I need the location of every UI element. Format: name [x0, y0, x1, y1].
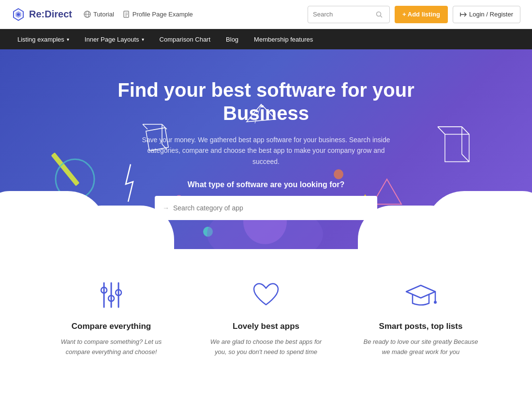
svg-rect-10	[51, 152, 79, 186]
nav-comparison-label: Comparison Chart	[160, 36, 211, 43]
nav-item-comparison-chart[interactable]: Comparison Chart	[152, 29, 219, 49]
svg-point-7	[377, 12, 381, 16]
hero-section: Find your best software for your Busines…	[0, 49, 532, 249]
tutorial-link[interactable]: Tutorial	[84, 11, 114, 18]
svg-line-14	[162, 124, 167, 129]
svg-marker-25	[404, 214, 414, 229]
feature-compare-desc: Want to compare something? Let us compar…	[53, 337, 169, 357]
svg-line-29	[462, 154, 469, 162]
header-links: Tutorial Profile Page Example	[84, 11, 193, 18]
svg-rect-26	[445, 134, 469, 162]
svg-marker-40	[406, 285, 435, 298]
login-register-label: Login / Register	[469, 11, 513, 18]
hero-subtitle: Save your money. We gathered best app so…	[140, 134, 392, 167]
cloud-right	[426, 191, 532, 249]
svg-line-8	[381, 15, 383, 17]
hero-search-input[interactable]	[173, 204, 369, 212]
profile-example-label: Profile Page Example	[133, 11, 193, 18]
nav-inner-label: Inner Page Layouts	[85, 36, 139, 43]
arrow-icon: →	[163, 204, 169, 212]
nav-item-blog[interactable]: Blog	[218, 29, 246, 49]
logo-icon	[12, 8, 25, 21]
svg-point-22	[334, 169, 343, 179]
feature-smart-title: Smart posts, top lists	[379, 322, 463, 331]
feature-lovely-title: Lovely best apps	[233, 322, 299, 331]
feature-lovely-desc: We are glad to choose the best apps for …	[208, 337, 324, 357]
features-section: Compare everything Want to compare somet…	[0, 249, 532, 377]
nav-item-listing-examples[interactable]: Listing examples ▾	[10, 29, 77, 49]
heart-icon	[249, 278, 283, 312]
logo-text: Re:Direct	[29, 9, 72, 20]
nav-blog-label: Blog	[226, 36, 238, 43]
header-search-input[interactable]	[313, 11, 376, 18]
sliders-icon	[94, 278, 128, 312]
feature-smart: Smart posts, top lists Be ready to love …	[363, 278, 479, 357]
cloud-left	[0, 191, 106, 249]
add-listing-button[interactable]: + Add listing	[395, 6, 448, 23]
nav-item-inner-page-layouts[interactable]: Inner Page Layouts ▾	[77, 29, 152, 49]
nav-membership-label: Membership features	[254, 36, 313, 43]
search-icon	[376, 11, 383, 18]
logo[interactable]: Re:Direct	[12, 8, 72, 21]
svg-line-27	[438, 127, 445, 134]
globe-icon	[84, 11, 91, 18]
feature-compare: Compare everything Want to compare somet…	[53, 278, 169, 357]
chevron-down-icon: ▾	[142, 37, 144, 42]
header-left: Re:Direct Tutorial Profile Page Example	[12, 8, 193, 21]
feature-compare-title: Compare everything	[72, 322, 151, 331]
hero-search-label: What type of software are you looking fo…	[188, 180, 344, 189]
nav-listing-label: Listing examples	[17, 36, 64, 43]
login-icon	[460, 11, 467, 18]
hero-search-box[interactable]: →	[155, 196, 377, 220]
feature-smart-desc: Be ready to love our site greatly Becaus…	[363, 337, 479, 357]
svg-point-42	[434, 301, 437, 304]
site-header: Re:Direct Tutorial Profile Page Example	[0, 0, 532, 29]
svg-line-13	[143, 124, 148, 129]
main-nav: Listing examples ▾ Inner Page Layouts ▾ …	[0, 29, 532, 49]
chevron-down-icon: ▾	[67, 37, 69, 42]
feature-lovely: Lovely best apps We are glad to choose t…	[208, 278, 324, 357]
login-register-button[interactable]: Login / Register	[453, 6, 520, 23]
nav-item-membership[interactable]: Membership features	[246, 29, 321, 49]
svg-line-28	[462, 127, 469, 134]
header-right: + Add listing Login / Register	[308, 6, 520, 23]
svg-point-21	[203, 227, 213, 237]
profile-example-link[interactable]: Profile Page Example	[123, 11, 193, 18]
svg-point-11	[56, 159, 94, 199]
tutorial-label: Tutorial	[93, 11, 114, 18]
graduation-icon	[404, 278, 438, 312]
hero-title: Find your best software for your Busines…	[97, 78, 435, 125]
file-icon	[123, 11, 130, 18]
header-search-box[interactable]	[308, 6, 390, 23]
